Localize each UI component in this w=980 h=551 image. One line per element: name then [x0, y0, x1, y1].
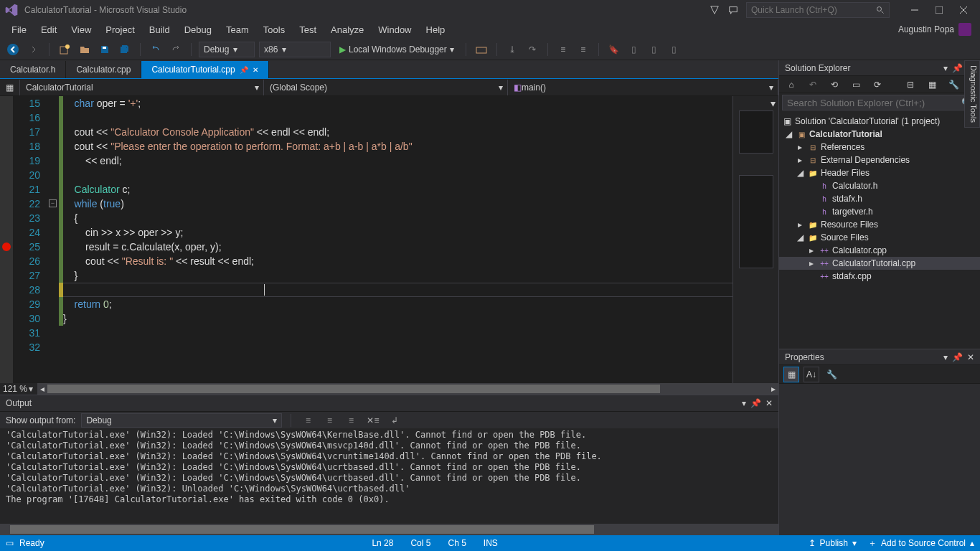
step-into-button[interactable]: ⤓ [504, 42, 520, 57]
diagnostic-tools-tab[interactable]: Diagnostic Tools [964, 60, 980, 128]
code-content[interactable]: char oper = '+'; cout << "Calculator Con… [63, 96, 732, 383]
menu-window[interactable]: Window [371, 22, 418, 37]
expand-toggle[interactable]: ◢ [795, 168, 805, 178]
window-position-button[interactable]: ▾ [742, 398, 746, 408]
expand-toggle[interactable]: ◢ [783, 129, 793, 139]
scroll-right-button[interactable]: ▸ [768, 384, 778, 394]
notifications-icon[interactable] [709, 4, 720, 16]
tree-node[interactable]: ▸⊟References [779, 141, 980, 154]
tree-node[interactable]: hCalculator.h [779, 179, 980, 192]
categorized-button[interactable]: ▦ [783, 367, 799, 382]
undo-button[interactable] [148, 42, 164, 57]
se-home-button[interactable]: ⌂ [783, 77, 799, 93]
se-refresh-button[interactable]: ⟳ [870, 77, 885, 93]
tree-node[interactable]: ◢▣CalculatorTutorial [779, 128, 980, 141]
property-pages-button[interactable]: 🔧 [824, 367, 839, 382]
code-line[interactable] [63, 110, 732, 125]
code-line[interactable]: Calculator c; [63, 182, 732, 197]
maximize-button[interactable] [927, 2, 951, 18]
code-line[interactable]: cout << "Please enter the operation to p… [63, 139, 732, 154]
output-source-combo[interactable]: Debug ▾ [81, 413, 282, 428]
expand-toggle[interactable]: ▸ [806, 245, 816, 255]
tree-node[interactable]: ▸++CalculatorTutorial.cpp [779, 257, 980, 270]
uncomment-button[interactable]: ▯ [646, 42, 662, 57]
scroll-left-button[interactable]: ◂ [37, 384, 47, 394]
zoom-combo[interactable]: 121 %▾ [0, 383, 37, 395]
code-line[interactable]: char oper = '+'; [63, 96, 732, 110]
code-line[interactable]: result = c.Calculate(x, oper, y); [63, 240, 732, 254]
fold-toggle[interactable]: − [49, 199, 57, 207]
se-search-input[interactable] [787, 98, 961, 108]
tree-node[interactable]: ◢📁Source Files [779, 231, 980, 244]
se-sync-button[interactable]: ⟲ [826, 77, 842, 93]
toggle-button[interactable]: ▯ [666, 42, 682, 57]
breakpoint-gutter[interactable] [0, 96, 13, 383]
fold-gutter[interactable]: − [47, 96, 59, 383]
next-message-button[interactable]: ≡ [343, 413, 359, 428]
nav-forward-button[interactable] [26, 42, 42, 57]
expand-toggle[interactable]: ▸ [795, 142, 805, 152]
menu-tools[interactable]: Tools [256, 22, 292, 37]
process-button[interactable] [473, 42, 489, 57]
properties-grid[interactable] [779, 384, 980, 535]
window-position-button[interactable]: ▾ [943, 63, 948, 73]
window-position-button[interactable]: ▾ [943, 352, 948, 362]
publish-button[interactable]: ↥ Publish ▾ [809, 538, 857, 548]
tree-node[interactable]: ◢📁Header Files [779, 166, 980, 179]
solution-node[interactable]: ▣ Solution 'CalculatorTutorial' (1 proje… [779, 115, 980, 128]
overview-ruler[interactable]: ▾ [732, 96, 778, 383]
split-editor-button[interactable]: ▾ [771, 98, 776, 109]
menu-edit[interactable]: Edit [34, 22, 64, 37]
solution-platform-combo[interactable]: x86 ▾ [259, 42, 331, 57]
close-icon[interactable]: ✕ [765, 398, 773, 408]
code-line[interactable]: while (true) [63, 197, 732, 211]
code-line[interactable]: cout << "Calculator Console Application"… [63, 125, 732, 139]
minimize-button[interactable] [903, 2, 927, 18]
add-source-control-button[interactable]: ＋ Add to Source Control ▴ [868, 537, 974, 550]
tree-node[interactable]: ▸📁Resource Files [779, 218, 980, 231]
menu-view[interactable]: View [64, 22, 98, 37]
code-line[interactable] [63, 168, 732, 182]
menu-analyze[interactable]: Analyze [324, 22, 371, 37]
solution-explorer-search[interactable]: 🔍 [782, 95, 977, 110]
tree-node[interactable]: hstdafx.h [779, 192, 980, 205]
code-line[interactable]: << endl; [63, 154, 732, 168]
pin-icon[interactable]: 📌 [750, 398, 761, 408]
code-line[interactable]: } [63, 311, 732, 326]
output-content[interactable]: 'CalculatorTutorial.exe' (Win32): Loaded… [0, 428, 778, 524]
solution-explorer-tree[interactable]: ▣ Solution 'CalculatorTutorial' (1 proje… [779, 112, 980, 349]
pin-icon[interactable]: 📌 [952, 352, 963, 362]
se-pending-button[interactable]: ▭ [848, 77, 864, 93]
comment-button[interactable]: ▯ [626, 42, 642, 57]
alphabetical-button[interactable]: A↓ [804, 367, 819, 382]
code-editor[interactable]: 151617181920212223242526272829303132 − c… [0, 96, 778, 383]
new-project-button[interactable] [57, 42, 72, 57]
start-debugging-button[interactable]: ▶ Local Windows Debugger ▾ [335, 43, 458, 56]
menu-project[interactable]: Project [98, 22, 141, 37]
editor-horizontal-scrollbar[interactable]: 121 %▾ ◂ ▸ [0, 383, 778, 395]
indent-less-button[interactable]: ≡ [555, 42, 571, 57]
code-line[interactable]: cout << "Result is: " << result << endl; [63, 254, 732, 268]
expand-toggle[interactable]: ▸ [795, 220, 805, 230]
solution-config-combo[interactable]: Debug ▾ [199, 42, 255, 57]
menu-file[interactable]: File [4, 22, 34, 37]
code-line[interactable] [63, 326, 732, 340]
nav-target-combo[interactable]: ▦ [0, 80, 20, 95]
code-line[interactable]: } [63, 268, 732, 283]
expand-toggle[interactable]: ▸ [806, 258, 816, 268]
editor-tab[interactable]: Calculator.cpp [66, 61, 141, 78]
find-message-button[interactable]: ≡ [300, 413, 316, 428]
menu-debug[interactable]: Debug [177, 22, 219, 37]
expand-toggle[interactable]: ▸ [795, 155, 805, 165]
quick-launch-input[interactable] [751, 5, 876, 15]
close-icon[interactable]: ✕ [253, 66, 258, 74]
close-button[interactable] [951, 2, 976, 18]
se-back-button[interactable]: ↶ [805, 77, 821, 93]
pin-icon[interactable]: 📌 [240, 66, 248, 74]
nav-scope-combo[interactable]: (Global Scope) ▾ [264, 80, 508, 95]
menu-build[interactable]: Build [142, 22, 177, 37]
prev-message-button[interactable]: ≡ [321, 413, 337, 428]
feedback-icon[interactable] [727, 4, 739, 16]
quick-launch[interactable] [746, 2, 890, 18]
close-icon[interactable]: ✕ [967, 352, 974, 362]
